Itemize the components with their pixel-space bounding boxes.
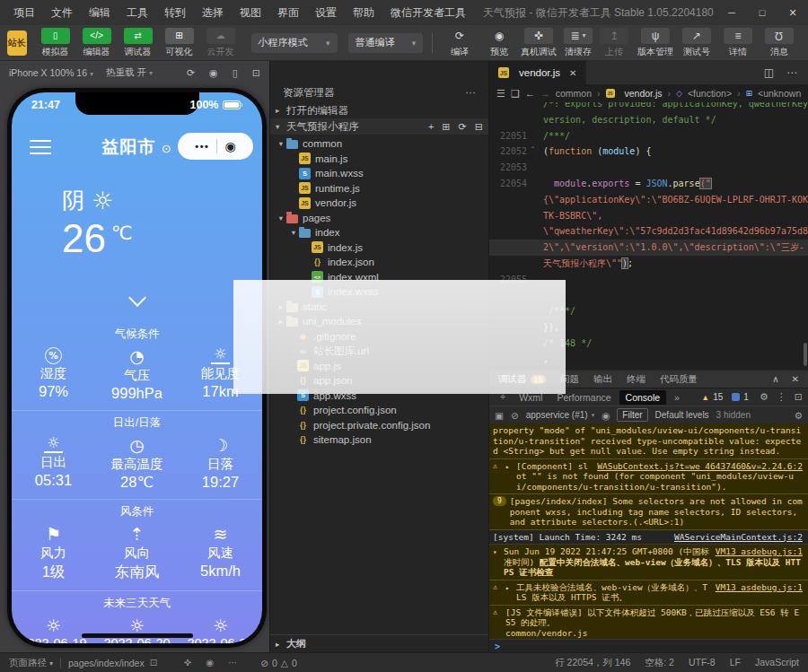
- eye-icon[interactable]: ◉: [602, 410, 610, 421]
- tree-item[interactable]: index.js: [270, 240, 488, 256]
- fold-icon[interactable]: [527, 112, 539, 128]
- copy-icon[interactable]: ⊡: [150, 658, 157, 668]
- action-button[interactable]: ◉ 预览: [481, 28, 517, 58]
- more-icon[interactable]: ⋯: [228, 658, 237, 668]
- tree-item[interactable]: index.json: [270, 255, 488, 270]
- location-icon[interactable]: ⊙: [162, 142, 172, 155]
- tab-console[interactable]: Console: [619, 390, 667, 405]
- menu-item[interactable]: 选择: [194, 0, 232, 25]
- menu-item[interactable]: 微信开发者工具: [382, 0, 474, 25]
- toolbar-button[interactable]: ⇄ 调试器: [119, 28, 158, 58]
- indentation[interactable]: 空格: 2: [645, 657, 674, 669]
- breadcrumb-folder[interactable]: common: [556, 88, 592, 99]
- maximize-button[interactable]: □: [747, 0, 777, 25]
- tree-item[interactable]: main.wxss: [270, 166, 488, 181]
- action-button[interactable]: ≣ 清缓存: [560, 28, 596, 58]
- fold-icon[interactable]: [527, 223, 539, 240]
- simulator-icon[interactable]: ⊡: [252, 67, 260, 79]
- tab-code-quality[interactable]: 代码质量: [660, 373, 698, 386]
- fold-icon[interactable]: [527, 256, 539, 272]
- more-icon[interactable]: ⋯: [466, 86, 477, 99]
- fold-icon[interactable]: [527, 128, 539, 144]
- project-action-icon[interactable]: ⊞: [442, 121, 450, 133]
- back-icon[interactable]: ←: [525, 88, 535, 99]
- outline-section[interactable]: ▸ 大纲: [270, 634, 488, 652]
- eye-icon[interactable]: ◉: [206, 658, 214, 668]
- action-button[interactable]: Ω 消息: [761, 28, 797, 58]
- tree-item[interactable]: vendor.js: [270, 196, 488, 211]
- errors-icon[interactable]: ⊘: [260, 658, 268, 668]
- tree-item[interactable]: ▾ index: [270, 225, 488, 240]
- mode-select[interactable]: 小程序模式 ▾: [251, 33, 338, 53]
- fold-icon[interactable]: [527, 240, 539, 256]
- tree-item[interactable]: ▾ common: [270, 136, 488, 152]
- menu-item[interactable]: 设置: [307, 0, 345, 25]
- close-icon[interactable]: ✕: [792, 374, 799, 384]
- warning-count[interactable]: 15: [713, 392, 723, 402]
- fold-icon[interactable]: [527, 176, 539, 192]
- menu-item[interactable]: 编辑: [81, 0, 119, 25]
- menu-item[interactable]: 视图: [232, 0, 269, 25]
- fold-icon[interactable]: ˇ: [527, 144, 539, 160]
- filter-input[interactable]: Filter: [617, 408, 647, 422]
- context-select[interactable]: appservice (#1) ▾: [526, 410, 594, 420]
- breadcrumb-symbol[interactable]: <function>: [688, 88, 732, 99]
- tree-item[interactable]: project.config.json: [270, 403, 488, 418]
- tab-terminal[interactable]: 终端: [627, 373, 646, 386]
- tree-item[interactable]: ▾ pages: [270, 211, 488, 226]
- forward-icon[interactable]: →: [540, 88, 550, 99]
- menu-item[interactable]: 工具: [119, 0, 156, 25]
- fold-icon[interactable]: [527, 208, 539, 224]
- source-link[interactable]: VM13 asdebug.js:1: [716, 546, 803, 557]
- tree-item[interactable]: project.private.config.json: [270, 418, 488, 433]
- clear-console-icon[interactable]: ⊘: [511, 410, 519, 421]
- avatar[interactable]: 站长: [7, 31, 27, 56]
- menu-item[interactable]: 文件: [43, 0, 81, 25]
- source-link[interactable]: WAServiceMainContext.js:2: [674, 532, 803, 543]
- chevron-down-icon[interactable]: [128, 289, 146, 307]
- more-icon[interactable]: •••: [195, 141, 209, 152]
- kebab-menu-icon[interactable]: ⋮: [777, 391, 786, 403]
- device-select[interactable]: iPhone X 100% 16▾: [9, 67, 93, 78]
- outline-icon[interactable]: ☰: [496, 88, 505, 100]
- expand-arrow-icon[interactable]: ▸: [505, 582, 513, 603]
- menu-item[interactable]: 项目: [5, 0, 43, 25]
- toolbar-button[interactable]: </> 编辑器: [77, 28, 117, 58]
- minimize-button[interactable]: ─: [716, 0, 747, 25]
- action-button[interactable]: ⟳ 编译: [442, 28, 478, 58]
- bug-icon[interactable]: ✜: [184, 658, 191, 668]
- page-path-select[interactable]: 页面路径▾: [9, 657, 53, 669]
- fold-icon[interactable]: [527, 160, 539, 176]
- open-editors-section[interactable]: ▸ 打开的编辑器: [270, 102, 488, 118]
- toolbar-button[interactable]: ☁ 云开发: [201, 28, 241, 58]
- toolbar-button[interactable]: ⊞ 可视化: [160, 28, 199, 58]
- source-link[interactable]: VM13 asdebug.js:1: [716, 582, 803, 593]
- console-input-row[interactable]: >: [489, 639, 808, 652]
- encoding[interactable]: UTF-8: [689, 657, 716, 669]
- project-action-icon[interactable]: +: [428, 121, 434, 133]
- action-button[interactable]: ✜ 真机调试: [521, 28, 557, 58]
- simulator-icon[interactable]: ▯: [233, 67, 238, 79]
- tab-output[interactable]: 输出: [593, 373, 612, 386]
- compile-mode-select[interactable]: 普通编译 ▾: [348, 33, 424, 53]
- sidebar-toggle-icon[interactable]: ▣: [495, 410, 504, 421]
- expand-arrow-icon[interactable]: ▾: [493, 546, 500, 578]
- simulator-icon[interactable]: ◉: [209, 67, 218, 79]
- close-icon[interactable]: ✕: [569, 68, 576, 78]
- breadcrumb-symbol[interactable]: <unknown: [758, 88, 801, 99]
- source-link[interactable]: WASubContext.js?t=we_46437460&v=2.24.6:2: [597, 461, 803, 472]
- more-tabs-icon[interactable]: »: [668, 390, 686, 405]
- more-icon[interactable]: ⋯: [786, 66, 797, 79]
- simulator-icon[interactable]: ⟳: [187, 67, 195, 79]
- warnings-icon[interactable]: △: [281, 658, 288, 668]
- collapse-icon[interactable]: ∧: [772, 374, 778, 384]
- gear-icon[interactable]: ⚙: [795, 410, 803, 421]
- action-button[interactable]: ↥ 上传: [596, 28, 632, 58]
- action-button[interactable]: ≡ 详情: [720, 28, 756, 58]
- gear-icon[interactable]: ⚙: [760, 391, 768, 403]
- toolbar-button[interactable]: ▯ 模拟器: [36, 28, 75, 58]
- breadcrumb-file[interactable]: vendor.js: [625, 88, 663, 99]
- action-button[interactable]: ψ 版本管理: [637, 28, 673, 58]
- expand-arrow-icon[interactable]: ▸: [505, 461, 513, 493]
- menu-item[interactable]: 界面: [269, 0, 307, 25]
